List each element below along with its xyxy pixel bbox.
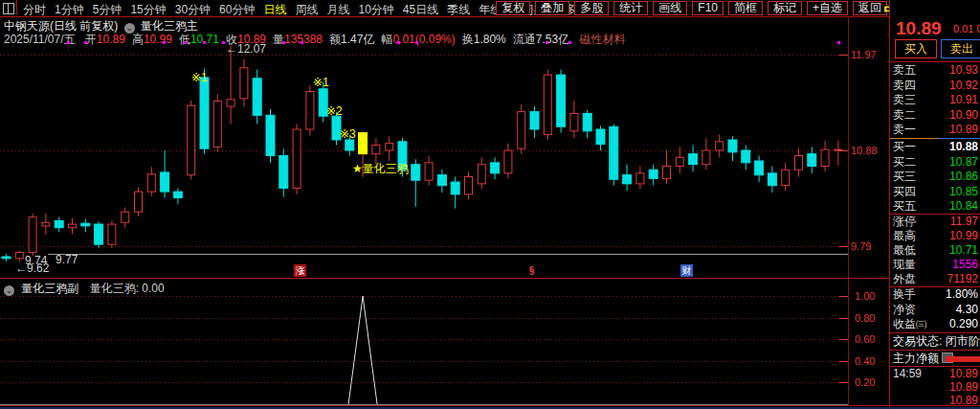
main-axis-label-bottom: 9.79 xyxy=(851,240,887,252)
ask-row-卖一[interactable]: 卖一10.89 xyxy=(893,123,978,137)
panel-divider-line[interactable] xyxy=(0,278,889,279)
quote-panel: 10.89 0.01 0.09% 买入 卖出 卖五10.93卖四10.92卖三1… xyxy=(889,0,980,409)
main-force-bar xyxy=(946,356,980,362)
annotation-peak-price: ←12.07 xyxy=(226,42,266,56)
tick-row: 14:5910.89 xyxy=(893,367,978,381)
bid-row-买一[interactable]: 买一10.88 xyxy=(893,140,978,154)
event-marker-§[interactable]: § xyxy=(525,264,538,277)
annotation-star1-first: ※1 xyxy=(191,71,208,84)
stat-row-最高[interactable]: 最高10.99 xyxy=(893,229,978,243)
bid-row-买二[interactable]: 买二10.87 xyxy=(893,155,978,170)
annotation-star1: ※1 xyxy=(313,76,329,89)
ask-row-卖三[interactable]: 卖三10.91 xyxy=(893,93,978,107)
ask-bid-divider xyxy=(890,138,980,139)
sub-axis-label: 0.80 xyxy=(855,312,887,324)
trading-app-window: 分时1分钟5分钟15分钟30分钟60分钟日线周线月线10分钟45日线季线年线多周… xyxy=(0,0,980,409)
annotation-support-price: ←9.62 xyxy=(15,261,49,275)
stat-row-净资[interactable]: 净资4.30 xyxy=(893,303,978,317)
bid-row-买三[interactable]: 买三10.86 xyxy=(893,170,978,184)
stat-row-涨停[interactable]: 涨停11.97 xyxy=(893,215,978,229)
price-change: 0.01 0.09% xyxy=(953,23,980,34)
candlestick-chart-canvas[interactable] xyxy=(0,0,890,409)
annotation-low2: 9.77 xyxy=(56,253,78,266)
ask-row-卖四[interactable]: 卖四10.92 xyxy=(893,79,978,93)
sub-axis-label: 0.40 xyxy=(855,355,887,367)
annotation-star3: ※3 xyxy=(340,127,356,141)
panel-section-line xyxy=(890,332,980,333)
trade-status: 交易状态: 闭市阶段 xyxy=(893,334,978,349)
bid-row-买五[interactable]: 买五10.84 xyxy=(893,199,978,214)
tick-row: 10.89 xyxy=(893,380,978,395)
panel-section-line xyxy=(890,350,980,351)
sub-indicator-name[interactable]: 量化三鸦副 xyxy=(21,282,78,295)
ask-row-卖五[interactable]: 卖五10.93 xyxy=(893,63,978,78)
stat-row-外盘[interactable]: 外盘71192 xyxy=(893,272,978,286)
ask-row-卖二[interactable]: 卖二10.90 xyxy=(893,108,978,123)
annotation-signal-label: ★量化三鸦 xyxy=(352,161,409,177)
stat-row-现量[interactable]: 现量1556 xyxy=(893,258,978,272)
collapse-sub-indicator-icon[interactable]: ⌄ xyxy=(4,285,14,296)
sub-indicator-readout: 量化三鸦: 0.00 xyxy=(90,282,165,295)
buy-button[interactable]: 买入 xyxy=(895,39,937,58)
sell-button[interactable]: 卖出 xyxy=(941,39,980,58)
window-bottom-border xyxy=(0,405,980,406)
sub-indicator-spike xyxy=(348,296,377,404)
panel-section-line xyxy=(890,61,980,62)
sub-axis-label: 1.00 xyxy=(855,290,887,302)
axis-border-line xyxy=(848,16,849,406)
event-marker-财[interactable]: 财 xyxy=(680,264,693,277)
sub-axis-label: 0.60 xyxy=(855,333,887,345)
main-axis-label-top: 11.97 xyxy=(851,49,887,60)
stat-row-收益㈢[interactable]: 收益㈢0.290 xyxy=(893,317,978,331)
sub-axis-label: 0.20 xyxy=(855,376,887,388)
annotation-star2: ※2 xyxy=(326,104,343,118)
event-marker-涨[interactable]: 涨 xyxy=(294,264,306,277)
sub-chart-header: ⌄ 量化三鸦副 量化三鸦: 0.00 xyxy=(4,281,165,297)
stat-row-换手[interactable]: 换手1.80% xyxy=(893,287,978,302)
stat-row-最低[interactable]: 最低10.71 xyxy=(893,243,978,258)
last-price: 10.89 xyxy=(896,18,942,39)
main-axis-label-mid: 10.88 xyxy=(851,145,887,156)
bid-row-买四[interactable]: 买四10.85 xyxy=(893,185,978,199)
